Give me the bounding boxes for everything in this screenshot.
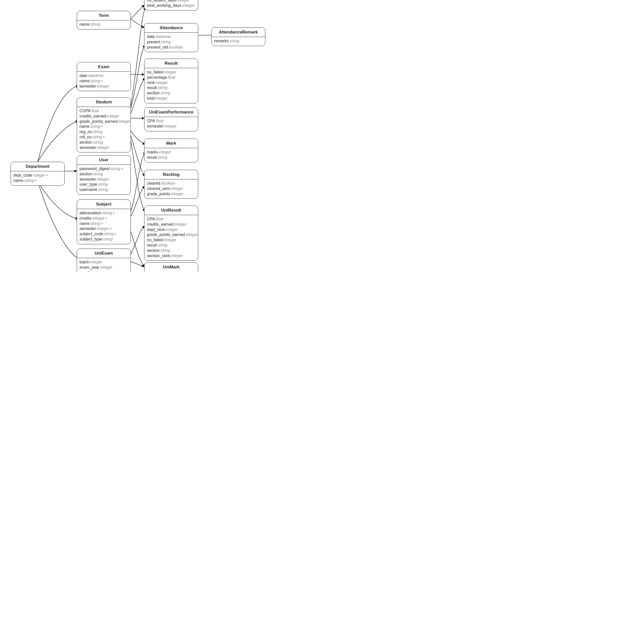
- attr-row: present_oldboolean: [147, 45, 195, 50]
- entity-attendance-remark: AttendanceRemarkremarksstring: [211, 27, 265, 46]
- entity-title: Mark: [144, 139, 198, 148]
- entity-title: Exam: [77, 62, 131, 72]
- attr-type: datetime: [155, 34, 171, 39]
- entity-attrs: no_absent_daysintegertotal_working_daysi…: [144, 0, 198, 10]
- entity-attrs: dept_codeinteger∗namestring∗: [11, 171, 64, 185]
- attr-name: section_rank: [147, 254, 170, 258]
- attr-type: integer: [100, 265, 112, 269]
- attr-row: resultstring: [147, 85, 195, 91]
- attr-type: string: [103, 237, 113, 241]
- attr-type: float: [91, 109, 99, 113]
- attr-name: present_old: [147, 45, 168, 49]
- attr-row: monthstring: [79, 270, 128, 272]
- relationship-edge: [38, 121, 78, 162]
- attr-type: string: [161, 40, 171, 44]
- attr-type: string: [98, 182, 108, 186]
- attr-type: string: [90, 221, 100, 226]
- attr-required-star: ∗: [101, 78, 103, 83]
- relationship-edge: [131, 45, 145, 108]
- attr-type: string: [160, 248, 170, 253]
- attr-name: cleared: [147, 181, 160, 185]
- attr-row: no_failedinteger: [147, 70, 195, 75]
- attr-type: integer: [171, 254, 183, 258]
- attr-type: string: [110, 167, 120, 171]
- entity-attendance: Attendancedatedatetimepresentstringprese…: [144, 23, 198, 52]
- attr-name: semester: [79, 145, 96, 150]
- attr-name: section: [79, 140, 92, 144]
- entity-uniexamperformance: UniExamPerformanceGPAfloatsemesterintege…: [144, 107, 198, 131]
- attr-row: grade_pointsinteger: [147, 191, 195, 197]
- entity-attrs: namestring: [77, 20, 131, 29]
- attr-required-star: ∗: [110, 226, 112, 231]
- entity-uniresult: UniResultGPAfloatcredits_earnedintegerde…: [144, 206, 198, 261]
- attr-type: integer: [33, 173, 45, 177]
- attr-name: section: [79, 172, 92, 176]
- attr-name: credits_earned: [79, 114, 106, 118]
- attr-required-star: ∗: [103, 135, 105, 139]
- attr-row: grade_points_earnedinteger: [147, 232, 195, 237]
- attr-row: datedatetime: [147, 34, 195, 39]
- entity-attrs: CGPAfloatcredits_earnedintegergrade_poin…: [77, 107, 131, 152]
- attr-required-star: ∗: [114, 231, 117, 236]
- attr-name: credits: [79, 216, 91, 220]
- attr-name: percentage: [147, 75, 167, 79]
- entity-title: Term: [77, 11, 131, 20]
- attr-type: float: [156, 119, 164, 123]
- relationship-edge: [38, 181, 78, 219]
- attr-name: total_working_days: [147, 3, 181, 8]
- attr-type: integer: [166, 227, 178, 232]
- attr-name: cleared_sem: [147, 186, 170, 191]
- attr-required-star: ∗: [34, 178, 37, 183]
- attr-type: integer: [97, 145, 109, 150]
- relationship-edge: [131, 152, 145, 211]
- attr-name: abbreviation: [79, 211, 101, 215]
- attr-name: section: [147, 91, 160, 95]
- attr-type: integer: [97, 226, 109, 231]
- attr-type: integer: [155, 96, 168, 100]
- entity-title: Result: [144, 59, 198, 68]
- attr-row: sectionstring: [147, 248, 195, 253]
- attr-row: resultstring: [147, 155, 195, 160]
- attr-name: user_type: [79, 182, 97, 186]
- attr-type: string: [90, 124, 100, 129]
- relationship-edge: [131, 226, 145, 254]
- relationship-edge: [131, 78, 145, 113]
- attr-type: float: [156, 217, 164, 221]
- attr-name: result: [147, 155, 157, 159]
- entity-attrs: abbreviationstring∗creditsinteger∗namest…: [77, 209, 131, 244]
- attr-type: string: [229, 39, 239, 43]
- attr-type: string: [92, 135, 102, 139]
- attr-row: reg_nostring: [79, 129, 128, 135]
- attr-row: namestring∗: [79, 221, 128, 226]
- attr-name: name: [79, 22, 90, 26]
- attr-name: semester: [79, 84, 96, 88]
- relationship-edge: [131, 141, 145, 211]
- attr-name: month: [79, 270, 91, 272]
- attr-type: integer: [174, 222, 187, 226]
- entity-student: StudentCGPAfloatcredits_earnedintegergra…: [77, 97, 131, 152]
- attr-type: string: [157, 86, 167, 90]
- entity-uniexam: UniExambatchintegerexam_yearintegermonth…: [77, 249, 131, 272]
- entity-attrs: clearedbooleancleared_semintegergrade_po…: [144, 179, 198, 198]
- attr-row: creditsinteger∗: [79, 216, 128, 221]
- attr-row: semesterinteger: [79, 84, 128, 89]
- entity-title: Backlog: [144, 170, 198, 179]
- attr-type: integer: [164, 124, 177, 128]
- attr-name: password_digest: [79, 167, 110, 171]
- attr-row: namestring: [79, 22, 128, 27]
- attr-type: string: [93, 172, 103, 176]
- relationship-edge: [131, 8, 145, 106]
- attr-name: grade_points: [147, 192, 170, 196]
- attr-required-star: ∗: [121, 166, 123, 171]
- attr-name: rank: [147, 81, 155, 85]
- entity-result: Resultno_failedintegerpercentagefloatran…: [144, 59, 198, 103]
- relationship-edge: [131, 231, 145, 267]
- attr-row: roll_nostring∗: [79, 135, 128, 140]
- attr-name: dept_code: [13, 173, 32, 177]
- attr-name: GPA: [147, 119, 155, 123]
- relationship-edge: [131, 136, 145, 176]
- attr-row: totalinteger: [147, 96, 195, 101]
- attr-name: username: [79, 187, 97, 192]
- attr-row: usernamestring: [79, 187, 128, 192]
- attr-name: name: [13, 178, 23, 183]
